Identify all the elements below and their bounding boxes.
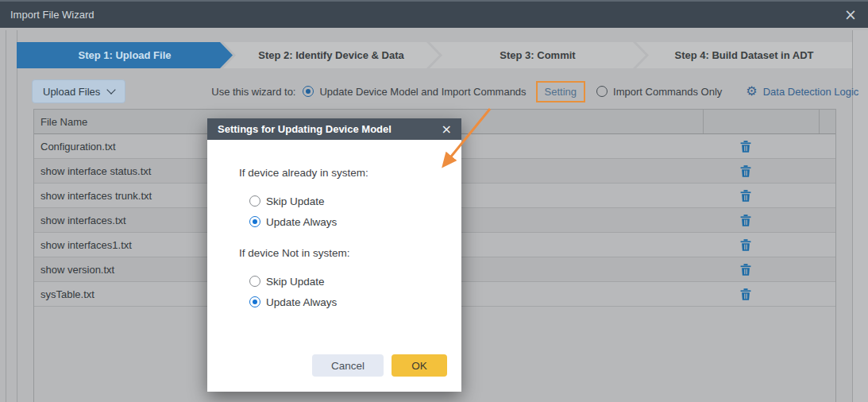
radio-group-label: If device already in system: — [239, 167, 461, 179]
radio-option-label: Update Always — [266, 216, 337, 228]
step-tab-upload-file[interactable]: Step 1: Upload File — [17, 42, 233, 68]
file-name: Configuration.txt — [34, 141, 116, 153]
step-tab-label: Step 4: Build Dataset in ADT — [674, 49, 813, 61]
panel-border-outer-left — [6, 30, 6, 402]
step-bar: Step 1: Upload File Step 2: Identify Dev… — [17, 42, 852, 68]
cancel-button[interactable]: Cancel — [312, 354, 384, 377]
data-detection-logic-link[interactable]: ⚙ Data Detection Logic — [746, 85, 858, 98]
setting-link[interactable]: Setting — [536, 81, 585, 102]
file-name: show interfaces.txt — [34, 215, 126, 226]
radio-option-label: Update Always — [266, 296, 337, 308]
window-titlebar: Import File Wizard × — [0, 0, 868, 28]
modal-titlebar: Settings for Updating Device Model × — [207, 118, 461, 140]
chevron-down-icon — [107, 85, 116, 94]
radio-icon — [249, 276, 260, 287]
gear-icon: ⚙ — [746, 85, 757, 98]
radio-icon — [249, 296, 260, 307]
panel-border-inner-left — [17, 30, 17, 402]
header-column-divider — [819, 110, 820, 133]
radio-import-commands-only[interactable]: Import Commands Only — [596, 86, 722, 98]
radio-option[interactable]: Skip Update — [249, 271, 461, 292]
trash-icon[interactable] — [740, 215, 751, 226]
file-name: show interfaces1.txt — [34, 239, 132, 251]
radio-option[interactable]: Skip Update — [249, 191, 461, 211]
trash-icon[interactable] — [740, 141, 751, 153]
upload-files-label: Upload Files — [43, 86, 100, 98]
modal-body: If device already in system: Skip Update… — [207, 140, 461, 312]
radio-icon — [249, 195, 260, 207]
data-detection-logic-label: Data Detection Logic — [763, 86, 859, 98]
radio-label: Import Commands Only — [613, 86, 722, 98]
radio-icon — [249, 216, 260, 227]
column-header-file-name: File Name — [34, 116, 87, 128]
step-tab-label: Step 3: Commit — [500, 49, 575, 61]
radio-label: Update Device Model and Import Commands — [319, 86, 526, 98]
header-column-divider — [703, 110, 704, 133]
trash-icon[interactable] — [740, 288, 751, 300]
wizard-to-label: Use this wizard to: — [211, 86, 295, 98]
file-name: show interface status.txt — [34, 165, 151, 177]
trash-icon[interactable] — [740, 190, 751, 202]
upload-files-button[interactable]: Upload Files — [32, 79, 125, 103]
settings-modal: Settings for Updating Device Model × If … — [207, 118, 461, 392]
radio-unselected-icon — [596, 86, 608, 97]
radio-option-label: Skip Update — [266, 195, 325, 207]
trash-icon[interactable] — [740, 264, 751, 276]
radio-group: If device Not in system: Skip Update Upd… — [239, 247, 461, 312]
radio-group: If device already in system: Skip Update… — [239, 167, 461, 232]
file-name: show interfaces trunk.txt — [34, 190, 152, 202]
step-tab-label: Step 1: Upload File — [78, 49, 171, 61]
ok-button[interactable]: OK — [392, 354, 447, 377]
trash-icon[interactable] — [740, 239, 751, 251]
modal-footer: Cancel OK — [312, 354, 447, 377]
window-title: Import File Wizard — [10, 9, 94, 21]
step-tab-identify-device-data[interactable]: Step 2: Identify Device & Data — [223, 42, 439, 68]
file-name: sysTable.txt — [34, 288, 95, 300]
wizard-toolbar: Upload Files Use this wizard to: Update … — [32, 79, 844, 104]
trash-icon[interactable] — [740, 165, 751, 177]
radio-selected-icon — [303, 86, 314, 97]
modal-close-icon[interactable]: × — [442, 122, 452, 137]
radio-update-device-model[interactable]: Update Device Model and Import Commands — [303, 86, 526, 98]
window-close-icon[interactable]: × — [844, 7, 857, 22]
step-tab-build-dataset-adt[interactable]: Step 4: Build Dataset in ADT — [636, 42, 852, 68]
radio-option[interactable]: Update Always — [249, 211, 461, 232]
radio-option-label: Skip Update — [266, 276, 325, 288]
radio-option[interactable]: Update Always — [249, 292, 461, 312]
file-name: show version.txt — [34, 264, 114, 276]
step-tab-commit[interactable]: Step 3: Commit — [430, 42, 646, 68]
step-tab-label: Step 2: Identify Device & Data — [258, 49, 404, 61]
radio-group-label: If device Not in system: — [239, 247, 461, 259]
modal-title: Settings for Updating Device Model — [218, 123, 392, 135]
